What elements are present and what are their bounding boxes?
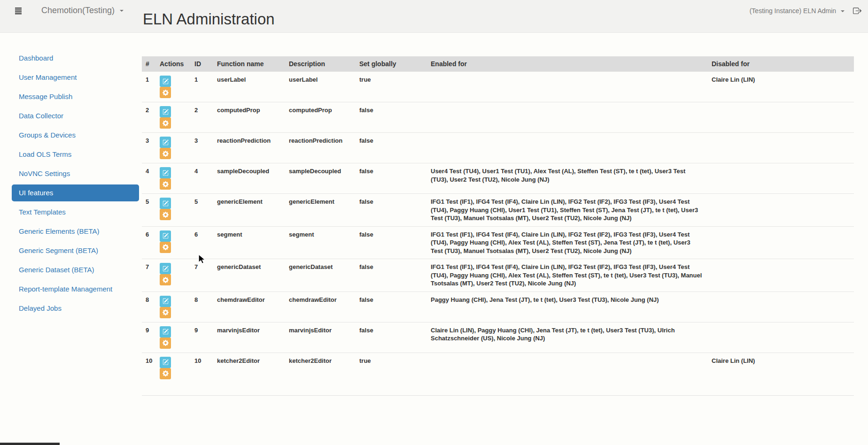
enabled-for-cell: IFG1 Test (IF1), IFG4 Test (IF4), Claire… xyxy=(427,259,708,292)
row-number-cell: 8 xyxy=(142,292,156,322)
permissions-button[interactable] xyxy=(160,148,171,159)
row-actions-cell xyxy=(156,102,191,133)
table-row: 4 4 sampleDecoupled sampleDecoupled fals… xyxy=(142,163,854,194)
col-header-num: # xyxy=(142,56,156,72)
disabled-for-cell xyxy=(708,322,854,353)
sidebar-item-load-ols-terms[interactable]: Load OLS Terms xyxy=(12,146,139,163)
ui-features-table: # Actions ID Function name Description S… xyxy=(142,56,854,396)
row-actions-cell xyxy=(156,72,191,102)
permissions-button[interactable] xyxy=(160,117,171,129)
navbar-right-group: (Testing Instance) ELN Admin xyxy=(750,7,861,15)
gear-icon xyxy=(163,90,169,96)
sidebar-item-label: NoVNC Settings xyxy=(19,169,70,177)
table-row: 7 7 genericDataset genericDataset false … xyxy=(142,259,854,292)
row-id-cell: 9 xyxy=(191,322,213,353)
gear-icon xyxy=(163,181,169,187)
brand-label: Chemotion(Testing) xyxy=(41,6,115,15)
sidebar-item-label: Delayed Jobs xyxy=(19,304,62,312)
row-actions-cell xyxy=(156,133,191,163)
enabled-for-cell: IFG1 Test (IF1), IFG4 Test (IF4), Claire… xyxy=(427,226,708,259)
row-number-cell: 5 xyxy=(142,194,156,227)
row-actions-cell xyxy=(156,322,191,353)
main-content: # Actions ID Function name Description S… xyxy=(141,33,854,445)
table-row: 3 3 reactionPrediction reactionPredictio… xyxy=(142,133,854,163)
sidebar-item-delayed-jobs[interactable]: Delayed Jobs xyxy=(12,300,139,317)
edit-button[interactable] xyxy=(160,137,171,148)
pencil-square-icon xyxy=(163,200,169,207)
menu-toggle-icon[interactable] xyxy=(14,7,23,15)
edit-button[interactable] xyxy=(160,357,171,368)
permissions-button[interactable] xyxy=(160,242,171,253)
description-cell: segment xyxy=(285,226,356,259)
user-dropdown[interactable]: (Testing Instance) ELN Admin xyxy=(750,7,845,15)
row-id-cell: 8 xyxy=(191,292,213,322)
edit-button[interactable] xyxy=(160,106,171,117)
table-row: 1 1 userLabel userLabel true Claire Lin … xyxy=(142,72,854,102)
sidebar-item-label: UI features xyxy=(19,189,53,197)
pencil-square-icon xyxy=(163,78,169,84)
row-id-cell: 1 xyxy=(191,72,213,102)
edit-button[interactable] xyxy=(160,198,171,209)
set-globally-cell: false xyxy=(356,163,427,194)
brand-dropdown[interactable]: Chemotion(Testing) xyxy=(41,6,124,15)
row-number-cell: 6 xyxy=(142,226,156,259)
edit-button[interactable] xyxy=(160,230,171,242)
gear-icon xyxy=(163,120,169,126)
gear-icon xyxy=(163,309,169,315)
function-name-cell: reactionPrediction xyxy=(213,133,285,163)
edit-button[interactable] xyxy=(160,263,171,274)
description-cell: sampleDecoupled xyxy=(285,163,356,194)
col-header-actions: Actions xyxy=(156,56,191,72)
permissions-button[interactable] xyxy=(160,87,171,98)
row-number-cell: 9 xyxy=(142,322,156,353)
sidebar-item-groups-devices[interactable]: Groups & Devices xyxy=(12,127,139,144)
caret-down-icon xyxy=(120,10,124,12)
row-actions-cell xyxy=(156,226,191,259)
disabled-for-cell xyxy=(708,259,854,292)
table-row: 6 6 segment segment false IFG1 Test (IF1… xyxy=(142,226,854,259)
disabled-for-cell xyxy=(708,163,854,194)
permissions-button[interactable] xyxy=(160,178,171,190)
permissions-button[interactable] xyxy=(160,307,171,318)
enabled-for-cell xyxy=(427,353,708,395)
disabled-for-cell: Claire Lin (LIN) xyxy=(708,72,854,102)
table-row: 2 2 computedProp computedProp false xyxy=(142,102,854,133)
table-row: 10 10 ketcher2Editor ketcher2Editor true… xyxy=(142,353,854,395)
sidebar-item-novnc-settings[interactable]: NoVNC Settings xyxy=(12,165,139,182)
pencil-square-icon xyxy=(163,329,169,335)
set-globally-cell: false xyxy=(356,102,427,133)
gear-icon xyxy=(163,370,169,376)
edit-button[interactable] xyxy=(160,76,171,87)
sidebar-item-generic-segment-beta[interactable]: Generic Segment (BETA) xyxy=(12,242,139,259)
sidebar-item-report-template-management[interactable]: Report-template Management xyxy=(12,281,139,298)
sidebar-item-generic-elements-beta[interactable]: Generic Elements (BETA) xyxy=(12,223,139,240)
sidebar-item-user-management[interactable]: User Management xyxy=(12,69,139,86)
sidebar-item-ui-features[interactable]: UI features xyxy=(12,184,139,201)
edit-button[interactable] xyxy=(160,296,171,307)
logout-icon[interactable] xyxy=(853,7,861,15)
sidebar-item-text-templates[interactable]: Text Templates xyxy=(12,204,139,221)
description-cell: ketcher2Editor xyxy=(285,353,356,395)
sidebar-item-message-publish[interactable]: Message Publish xyxy=(12,88,139,105)
sidebar-item-label: User Management xyxy=(19,73,77,81)
sidebar-item-dashboard[interactable]: Dashboard xyxy=(12,50,139,67)
function-name-cell: ketcher2Editor xyxy=(213,353,285,395)
pencil-square-icon xyxy=(163,233,169,239)
sidebar-item-label: Generic Dataset (BETA) xyxy=(19,266,94,274)
function-name-cell: genericDataset xyxy=(213,259,285,292)
enabled-for-cell: Paggy Huang (CHI), Jena Test (JT), te t … xyxy=(427,292,708,322)
enabled-for-cell xyxy=(427,133,708,163)
permissions-button[interactable] xyxy=(160,209,171,220)
function-name-cell: segment xyxy=(213,226,285,259)
sidebar-item-label: Message Publish xyxy=(19,92,72,100)
box-arrow-right-icon xyxy=(853,7,861,15)
sidebar-item-generic-dataset-beta[interactable]: Generic Dataset (BETA) xyxy=(12,261,139,278)
edit-button[interactable] xyxy=(160,326,171,338)
sidebar-item-data-collector[interactable]: Data Collector xyxy=(12,107,139,124)
edit-button[interactable] xyxy=(160,167,171,178)
permissions-button[interactable] xyxy=(160,368,171,379)
sidebar-item-label: Generic Segment (BETA) xyxy=(19,246,98,254)
permissions-button[interactable] xyxy=(160,338,171,349)
permissions-button[interactable] xyxy=(160,274,171,285)
set-globally-cell: true xyxy=(356,353,427,395)
